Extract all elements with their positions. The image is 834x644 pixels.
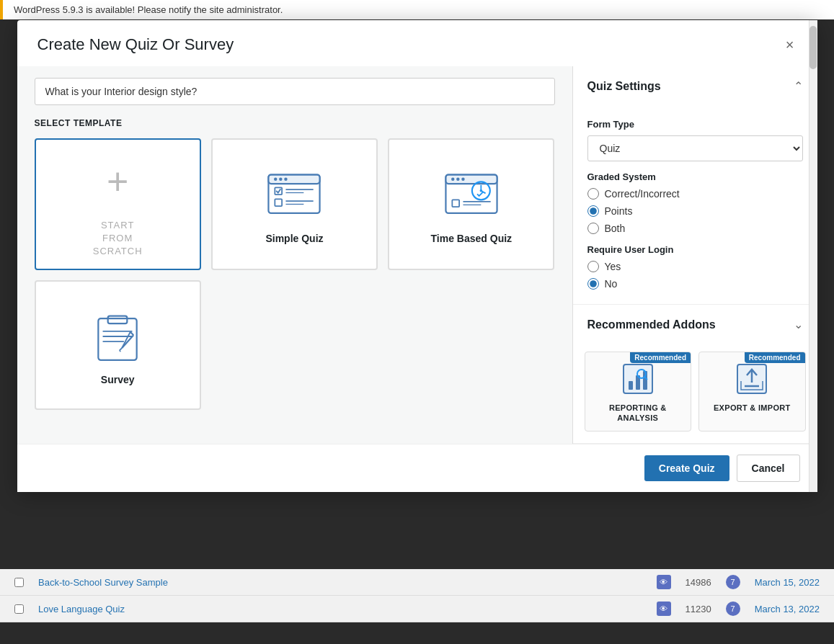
- svg-point-19: [479, 189, 482, 192]
- reporting-icon: [620, 361, 656, 397]
- addon-badge-export: Recommended: [745, 352, 805, 363]
- addons-grid: Recommended: [585, 352, 806, 431]
- survey-label: Survey: [101, 374, 135, 385]
- row1-comments-badge: 7: [726, 575, 740, 589]
- graded-label-both: Both: [605, 223, 626, 234]
- recommended-addons-title: Recommended Addons: [587, 318, 716, 331]
- time-quiz-icon: [443, 166, 500, 224]
- row2-views: 11230: [686, 604, 711, 614]
- scratch-plus-icon: +: [89, 153, 146, 210]
- modal-footer: Create Quiz Cancel: [17, 444, 817, 492]
- graded-option-correct-incorrect[interactable]: Correct/Incorrect: [587, 188, 803, 200]
- bg-table-row-2: Love Language Quiz 👁 11230 7 March 13, 2…: [0, 596, 834, 622]
- svg-point-13: [451, 177, 454, 180]
- row2-title-link[interactable]: Love Language Quiz: [38, 604, 125, 614]
- wp-update-notice: WordPress 5.9.3 is available! Please not…: [0, 0, 834, 19]
- scratch-label: STARTFROMSCRATCH: [93, 219, 143, 259]
- wp-notice-text: WordPress 5.9.3 is available! Please not…: [14, 4, 283, 15]
- graded-radio-both[interactable]: [587, 223, 599, 234]
- time-quiz-label: Time Based Quiz: [431, 233, 513, 244]
- export-icon: [734, 361, 770, 397]
- recommended-addons-header[interactable]: Recommended Addons ⌄: [573, 305, 817, 344]
- addon-card-export[interactable]: Recommended: [698, 352, 806, 431]
- form-type-select[interactable]: Quiz Survey: [587, 135, 803, 161]
- login-radio-no[interactable]: [587, 278, 599, 290]
- quiz-settings-title: Quiz Settings: [587, 80, 661, 93]
- template-card-simple-quiz[interactable]: Simple Quiz: [211, 138, 378, 270]
- template-card-survey[interactable]: Survey: [35, 280, 201, 410]
- form-type-label: Form Type: [587, 119, 803, 130]
- require-login-label: Require User Login: [587, 244, 803, 255]
- svg-point-3: [280, 177, 283, 180]
- login-label-yes: Yes: [605, 261, 621, 272]
- page-overlay: Back-to-School Survey Sample 👁 14986 7 M…: [0, 0, 834, 644]
- right-panel: Quiz Settings ⌃ Form Type Quiz Survey Gr…: [572, 66, 817, 444]
- svg-point-4: [285, 177, 288, 180]
- graded-system-radio-group: Correct/Incorrect Points Both: [587, 188, 803, 234]
- svg-rect-34: [629, 381, 633, 390]
- template-grid: + STARTFROMSCRATCH: [35, 138, 555, 410]
- quiz-settings-header[interactable]: Quiz Settings ⌃: [573, 66, 817, 106]
- simple-quiz-label: Simple Quiz: [265, 233, 323, 244]
- addon-label-export: EXPORT & IMPORT: [714, 403, 791, 413]
- recommended-addons-section: Recommended Addons ⌄ Recommended: [573, 305, 817, 444]
- graded-radio-correct-incorrect[interactable]: [587, 188, 599, 200]
- row1-title-link[interactable]: Back-to-School Survey Sample: [38, 577, 168, 588]
- graded-option-both[interactable]: Both: [587, 223, 803, 234]
- login-option-yes[interactable]: Yes: [587, 261, 803, 272]
- quiz-settings-section: Quiz Settings ⌃ Form Type Quiz Survey Gr…: [573, 66, 817, 305]
- svg-rect-23: [98, 318, 136, 360]
- select-template-label: SELECT TEMPLATE: [35, 118, 555, 128]
- svg-point-15: [461, 177, 464, 180]
- cancel-button[interactable]: Cancel: [737, 455, 800, 482]
- row1-views: 14986: [686, 577, 711, 588]
- graded-option-points[interactable]: Points: [587, 205, 803, 217]
- create-quiz-modal: Create New Quiz Or Survey × SELECT TEMPL…: [17, 20, 817, 492]
- quiz-settings-content: Form Type Quiz Survey Graded System Corr…: [573, 106, 817, 304]
- addon-label-reporting: REPORTING & ANALYSIS: [609, 403, 667, 424]
- recommended-addons-chevron-down-icon: ⌄: [794, 318, 803, 331]
- quiz-settings-chevron-up-icon: ⌃: [794, 79, 803, 93]
- scrollbar-thumb: [809, 66, 817, 69]
- graded-label-points: Points: [605, 205, 633, 217]
- row2-date[interactable]: March 13, 2022: [755, 604, 820, 614]
- row2-comments-badge: 7: [726, 601, 740, 616]
- row1-date[interactable]: March 15, 2022: [755, 577, 820, 588]
- svg-point-14: [456, 177, 459, 180]
- survey-icon: [89, 308, 146, 365]
- graded-label-correct-incorrect: Correct/Incorrect: [605, 188, 680, 200]
- login-radio-yes[interactable]: [587, 261, 599, 272]
- require-login-radio-group: Yes No: [587, 261, 803, 290]
- modal-title: Create New Quiz Or Survey: [37, 35, 234, 54]
- svg-point-2: [274, 177, 277, 180]
- addon-card-reporting[interactable]: Recommended: [585, 352, 692, 431]
- left-panel: SELECT TEMPLATE + STARTFROMSCRATCH: [17, 66, 572, 444]
- template-card-scratch[interactable]: + STARTFROMSCRATCH: [35, 138, 201, 270]
- modal-close-button[interactable]: ×: [783, 35, 797, 55]
- modal-header: Create New Quiz Or Survey ×: [17, 20, 817, 66]
- addons-content: Recommended: [573, 344, 817, 443]
- create-quiz-button[interactable]: Create Quiz: [644, 455, 729, 481]
- quiz-name-input[interactable]: [35, 78, 555, 105]
- login-label-no: No: [605, 278, 618, 290]
- graded-radio-points[interactable]: [587, 205, 599, 217]
- bg-table-row-1: Back-to-School Survey Sample 👁 14986 7 M…: [0, 569, 834, 596]
- simple-quiz-icon: [265, 166, 323, 224]
- template-card-time-quiz[interactable]: Time Based Quiz: [388, 138, 554, 270]
- row1-checkbox[interactable]: [14, 578, 24, 587]
- addon-badge-reporting: Recommended: [630, 352, 691, 363]
- modal-body: SELECT TEMPLATE + STARTFROMSCRATCH: [17, 66, 817, 444]
- graded-system-label: Graded System: [587, 171, 803, 182]
- right-panel-scrollbar[interactable]: [809, 66, 817, 444]
- row2-checkbox[interactable]: [14, 604, 24, 614]
- login-option-no[interactable]: No: [587, 278, 803, 290]
